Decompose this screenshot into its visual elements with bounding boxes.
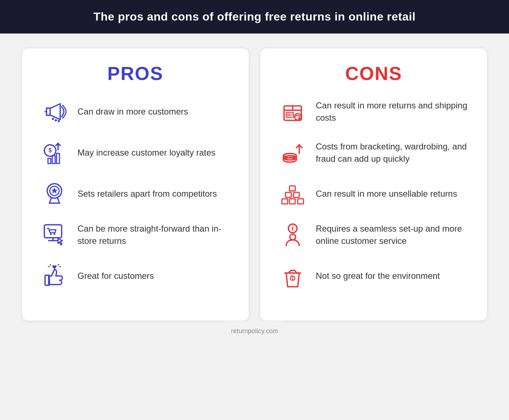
award-icon [40, 179, 69, 208]
svg-point-53 [290, 234, 296, 240]
svg-line-24 [50, 264, 51, 265]
svg-rect-31 [286, 112, 293, 117]
package-return-icon [278, 97, 307, 126]
pros-item-2: $ May increase customer loyalty rates [40, 138, 231, 167]
svg-marker-13 [51, 187, 58, 194]
cons-card: CONS [260, 48, 487, 321]
main-content: PROS [0, 33, 509, 420]
pros-item-4-text: Can be more straight-forward than in-sto… [78, 223, 231, 247]
svg-rect-9 [52, 156, 55, 164]
svg-marker-22 [58, 238, 62, 245]
svg-rect-10 [57, 153, 59, 164]
cons-item-4: Requires a seamless set-up and more onli… [278, 220, 469, 249]
cons-item-4-text: Requires a seamless set-up and more onli… [316, 223, 469, 247]
customer-service-icon [278, 220, 307, 249]
svg-rect-48 [293, 192, 299, 197]
pros-item-2-text: May increase customer loyalty rates [78, 147, 216, 159]
svg-rect-45 [289, 199, 295, 204]
header-title: The pros and cons of offering free retur… [93, 10, 416, 23]
cons-item-1-text: Can result in more returns and shipping … [316, 99, 469, 124]
svg-rect-17 [44, 225, 62, 238]
pros-item-4: Can be more straight-forward than in-sto… [40, 220, 231, 249]
svg-rect-8 [48, 158, 51, 164]
cons-item-5: Not so great for the environment [278, 262, 469, 290]
svg-rect-46 [298, 199, 304, 204]
svg-text:$: $ [289, 155, 291, 158]
svg-text:$: $ [49, 147, 52, 153]
svg-rect-49 [289, 186, 295, 191]
columns-container: PROS [22, 48, 487, 321]
pros-item-3-text: Sets retailers apart from competitors [78, 188, 217, 200]
svg-point-21 [54, 233, 56, 235]
svg-point-3 [55, 119, 57, 121]
cons-item-5-text: Not so great for the environment [316, 270, 440, 282]
pros-item-5-text: Great for customers [78, 270, 154, 282]
footer-text: returnpolicy.com [231, 327, 278, 335]
cons-item-2: $ Costs from bracketing, wardrobing, and… [278, 138, 469, 167]
coins-arrow-icon: $ [278, 138, 307, 167]
footer: returnpolicy.com [225, 321, 285, 341]
thumbsup-heart-icon [40, 262, 69, 290]
cons-item-1: Can result in more returns and shipping … [278, 97, 469, 126]
pros-item-3: Sets retailers apart from competitors [40, 179, 231, 208]
pros-item-1-text: Can draw in more customers [78, 106, 188, 118]
cons-title: CONS [278, 63, 469, 84]
svg-line-26 [58, 264, 59, 265]
megaphone-icon [40, 97, 69, 126]
svg-line-14 [49, 197, 52, 203]
pros-card: PROS [22, 48, 249, 321]
environment-bag-icon [278, 262, 307, 290]
svg-line-15 [57, 197, 59, 203]
cons-item-3-text: Can result in more unsellable returns [316, 188, 457, 200]
pros-title: PROS [40, 63, 231, 84]
pros-item-1: Can draw in more customers [40, 97, 231, 126]
svg-rect-44 [282, 199, 288, 204]
page-header: The pros and cons of offering free retur… [0, 0, 509, 33]
unsellable-boxes-icon [278, 179, 307, 208]
cons-item-3: Can result in more unsellable returns [278, 179, 469, 208]
loyalty-chart-icon: $ [40, 138, 69, 167]
pros-item-5: Great for customers [40, 262, 231, 290]
cart-cursor-icon [40, 220, 69, 249]
svg-point-20 [50, 233, 52, 235]
cons-item-2-text: Costs from bracketing, wardrobing, and f… [316, 140, 469, 165]
svg-point-2 [52, 118, 54, 120]
svg-point-52 [292, 225, 293, 227]
svg-rect-47 [286, 192, 291, 197]
svg-point-4 [58, 120, 60, 122]
